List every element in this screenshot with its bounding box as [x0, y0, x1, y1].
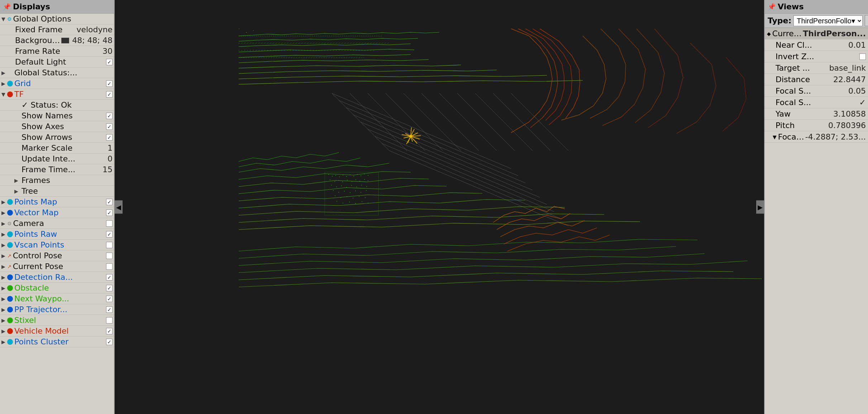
views-row-distance[interactable]: Distance22.8447 [765, 74, 868, 85]
views-row-focal-p[interactable]: ▼Focal P...-4.2887; 2.53... [765, 131, 868, 143]
item-checkbox[interactable] [106, 91, 113, 98]
item-checkbox[interactable] [106, 296, 113, 302]
display-item-fixed-frame[interactable]: Fixed Framevelodyne [0, 24, 114, 35]
row-label: Near Cl... [776, 41, 848, 50]
item-checkbox[interactable] [106, 285, 113, 291]
main-viewport[interactable]: ◀ ▶ [115, 0, 764, 414]
color-swatch[interactable] [61, 38, 69, 43]
expand-arrow[interactable]: ▶ [1, 70, 7, 76]
item-checkbox[interactable] [106, 113, 113, 119]
zero-button[interactable]: Zero [865, 15, 868, 26]
display-item-show-arrows[interactable]: Show Arrows [0, 132, 114, 143]
row-value: 22.8447 [833, 75, 866, 84]
expand-arrow[interactable]: ▶ [1, 210, 7, 216]
expand-arrow[interactable]: ▶ [1, 296, 7, 302]
expand-arrow[interactable]: ▶ [1, 307, 7, 312]
item-checkbox[interactable] [106, 317, 113, 324]
views-row-near-cl[interactable]: Near Cl...0.01 [765, 39, 868, 51]
item-checkbox[interactable] [106, 274, 113, 281]
expand-arrow[interactable]: ▶ [1, 81, 7, 86]
item-checkbox[interactable] [106, 263, 113, 270]
display-item-obstacle[interactable]: ▶Obstacle [0, 283, 114, 293]
display-item-points-map[interactable]: ▶Points Map [0, 197, 114, 207]
views-row-yaw[interactable]: Yaw3.10858 [765, 108, 868, 120]
display-item-frames[interactable]: ▶Frames [0, 175, 114, 186]
display-item-points-cluster[interactable]: ▶Points Cluster [0, 337, 114, 347]
expand-arrow[interactable]: ▼ [1, 91, 7, 97]
item-checkbox[interactable] [106, 242, 113, 248]
item-checkbox[interactable] [106, 134, 113, 141]
displays-list[interactable]: ▼⚙Global Options Fixed Framevelodyne Bac… [0, 14, 114, 414]
display-item-grid[interactable]: ▶Grid [0, 78, 114, 89]
item-checkbox[interactable] [106, 210, 113, 216]
display-item-frame-rate[interactable]: Frame Rate30 [0, 46, 114, 57]
display-item-marker-scale[interactable]: Marker Scale1 [0, 143, 114, 154]
display-item-camera[interactable]: ▶⚙Camera [0, 218, 114, 229]
expand-arrow[interactable]: ▶ [1, 178, 14, 183]
display-item-global-status[interactable]: ▶Global Status:... [0, 67, 114, 78]
display-item-frame-time[interactable]: Frame Time...15 [0, 164, 114, 175]
views-row-target[interactable]: Target ...base_link [765, 62, 868, 74]
views-row-current-v[interactable]: ◆Current V...ThirdPerson... [765, 28, 868, 39]
svg-rect-69 [353, 198, 353, 198]
svg-rect-74 [349, 202, 350, 202]
display-item-show-axes[interactable]: Show Axes [0, 121, 114, 132]
expand-arrow[interactable]: ▶ [1, 264, 7, 269]
item-checkbox[interactable] [106, 339, 113, 345]
item-checkbox[interactable] [106, 80, 113, 87]
display-item-tree[interactable]: ▶Tree [0, 186, 114, 197]
display-item-default-light[interactable]: Default Light [0, 57, 114, 67]
expand-arrow[interactable]: ▶ [1, 253, 7, 259]
display-item-tf[interactable]: ▼TF [0, 89, 114, 100]
expand-icon[interactable]: ▼ [767, 134, 777, 140]
views-row-focal-s1[interactable]: Focal S...0.05 [765, 85, 868, 97]
expand-arrow[interactable]: ▼ [1, 16, 7, 22]
type-dropdown[interactable]: ThirdPersonFollo▾ [793, 15, 863, 26]
display-item-tf-status[interactable]: ✓ Status: Ok [0, 100, 114, 110]
views-row-pitch[interactable]: Pitch0.780396 [765, 120, 868, 131]
expand-arrow[interactable]: ▶ [1, 317, 7, 323]
item-checkbox[interactable] [106, 220, 113, 227]
expand-arrow[interactable]: ▶ [1, 339, 7, 345]
expand-arrow[interactable]: ▶ [1, 221, 7, 226]
display-item-detection-ra[interactable]: ▶Detection Ra... [0, 272, 114, 283]
expand-arrow[interactable]: ▶ [1, 199, 7, 205]
display-item-vehicle-model[interactable]: ▶Vehicle Model [0, 326, 114, 337]
item-checkbox[interactable] [106, 231, 113, 237]
item-checkbox[interactable] [106, 123, 113, 130]
expand-arrow[interactable]: ▶ [1, 328, 7, 334]
row-label: Focal S... [776, 98, 859, 107]
item-checkbox[interactable] [106, 306, 113, 313]
viewport-arrow-left[interactable]: ◀ [115, 201, 123, 214]
expand-arrow[interactable]: ▶ [1, 242, 7, 248]
expand-arrow[interactable]: ▶ [1, 231, 7, 237]
display-item-control-pose[interactable]: ▶↗Control Pose [0, 250, 114, 261]
expand-arrow[interactable]: ▶ [1, 285, 7, 291]
display-item-points-raw[interactable]: ▶Points Raw [0, 229, 114, 240]
expand-arrow[interactable]: ▶ [1, 188, 14, 194]
svg-rect-68 [347, 196, 347, 197]
3d-scene[interactable] [115, 0, 764, 414]
display-item-vscan-points[interactable]: ▶Vscan Points [0, 240, 114, 250]
dot-icon [7, 231, 13, 237]
item-checkbox[interactable] [106, 199, 113, 205]
expand-arrow[interactable]: ▶ [1, 274, 7, 280]
display-item-vector-map[interactable]: ▶Vector Map [0, 207, 114, 218]
row-checkbox[interactable] [859, 53, 866, 60]
display-item-global-options[interactable]: ▼⚙Global Options [0, 14, 114, 24]
display-item-stixel[interactable]: ▶Stixel [0, 315, 114, 326]
display-item-next-waypo[interactable]: ▶Next Waypo... [0, 293, 114, 304]
views-row-invert-z[interactable]: Invert Z... [765, 51, 868, 62]
display-item-show-names[interactable]: Show Names [0, 110, 114, 121]
row-value: 0.780396 [828, 121, 866, 130]
item-checkbox[interactable] [106, 253, 113, 259]
views-row-focal-s2[interactable]: Focal S...✓ [765, 97, 868, 108]
display-item-update-inte[interactable]: Update Inte...0 [0, 154, 114, 164]
item-checkbox[interactable] [106, 59, 113, 65]
display-item-current-pose[interactable]: ▶↗Current Pose [0, 261, 114, 272]
display-item-pp-trajecto[interactable]: ▶PP Trajector... [0, 304, 114, 315]
viewport-arrow-right[interactable]: ▶ [756, 201, 764, 214]
item-label: Points Raw [14, 230, 105, 239]
item-checkbox[interactable] [106, 328, 113, 334]
display-item-background[interactable]: Background ...48; 48; 48 [0, 35, 114, 46]
